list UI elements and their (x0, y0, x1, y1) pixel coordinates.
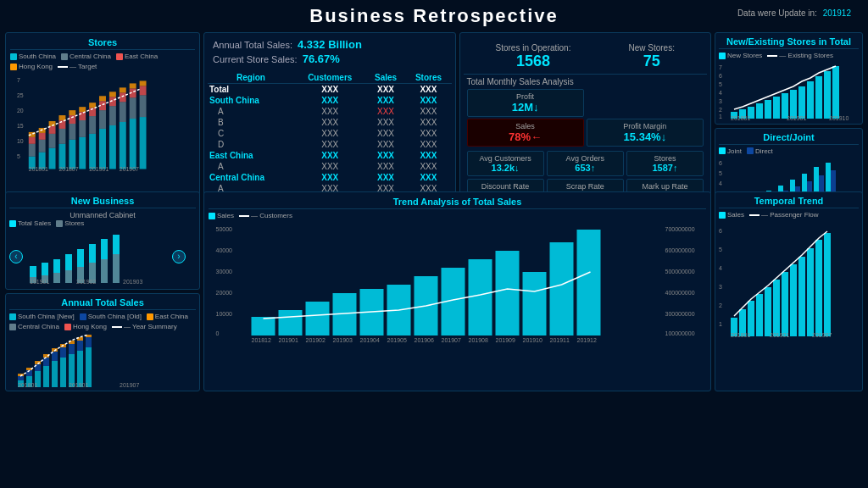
svg-text:201801: 201801 (29, 166, 48, 172)
svg-rect-29 (79, 107, 86, 112)
svg-text:201909: 201909 (496, 337, 515, 343)
target-line (58, 66, 68, 68)
metrics-row2: Sales 78%← Profit Margin 15.34%↓ (464, 119, 708, 148)
legend-hk-annual: Hong Kong (64, 323, 107, 330)
legend-south-china: South China (10, 53, 56, 60)
metrics-row3: Avg Customers 13.2k↓ Avg Orders 653↑ Sto… (464, 148, 708, 179)
svg-rect-52 (140, 86, 147, 95)
svg-text:201912: 201912 (577, 337, 597, 343)
svg-rect-207 (782, 272, 788, 336)
svg-text:201812: 201812 (252, 337, 271, 343)
kpi-section: Annual Total Sales: 4.332 Billion Curren… (208, 36, 452, 70)
total-monthly-label: Total Monthly Sales Analysis (464, 75, 708, 87)
svg-rect-171 (306, 302, 330, 336)
svg-text:201908: 201908 (469, 337, 488, 343)
legend-sc-new: South China [New] (9, 313, 75, 320)
table-row: CXXXXXXXXX (208, 128, 452, 139)
new-existing-legend: New Stores — Existing Stores (719, 52, 859, 59)
svg-text:3: 3 (719, 98, 722, 104)
stores-cell: XXX (405, 95, 451, 106)
svg-text:25: 25 (17, 92, 24, 98)
sales-cell: XXX (366, 95, 406, 106)
customers-cell: XXX (294, 128, 366, 139)
new-stores: New Stores: 75 (629, 43, 675, 70)
svg-rect-178 (496, 251, 520, 336)
update-info: Data were Update in: 201912 (737, 8, 851, 18)
svg-rect-20 (58, 120, 65, 129)
svg-rect-47 (130, 97, 136, 119)
svg-rect-53 (140, 80, 147, 86)
legend-year-summary: — Year Summary (112, 323, 177, 330)
svg-text:20: 20 (17, 108, 24, 114)
svg-rect-25 (69, 110, 75, 115)
svg-text:201901: 201901 (89, 166, 108, 172)
svg-text:201901: 201901 (787, 115, 806, 120)
temporal-title: Temporal Trend (719, 196, 859, 208)
svg-rect-34 (99, 129, 106, 169)
svg-rect-44 (120, 92, 126, 102)
prev-button[interactable]: ‹ (9, 250, 23, 263)
region-cell: Total (208, 84, 294, 96)
col-sales: Sales (366, 72, 406, 84)
stores-title: Stores (10, 37, 195, 50)
svg-rect-210 (807, 248, 814, 336)
trend-chart: 50000 40000 30000 20000 10000 0 70000000… (209, 221, 706, 344)
stores-cell: XXX (405, 172, 451, 183)
table-row: South ChinaXXXXXXXXX (208, 95, 452, 106)
legend-joint: Joint (719, 147, 742, 155)
svg-rect-46 (130, 119, 136, 169)
svg-text:201907: 201907 (120, 382, 139, 387)
svg-rect-30 (89, 134, 96, 169)
svg-text:7: 7 (17, 77, 20, 83)
svg-rect-69 (765, 100, 771, 119)
stores-cell: XXX (405, 84, 451, 96)
svg-rect-76 (824, 71, 831, 119)
svg-text:15: 15 (17, 123, 24, 129)
sales-cell: XXX (366, 172, 406, 183)
profit-box: Profit 12M↓ (467, 89, 584, 117)
avg-orders-box: Avg Orders 653↑ (547, 151, 624, 176)
stores-cell: XXX (405, 128, 451, 139)
svg-rect-21 (58, 115, 65, 120)
table-row: AXXXXXXXXX (208, 161, 452, 172)
new-business-panel: New Business Unmanned Cabinet Total Sale… (5, 191, 200, 290)
customers-cell: XXX (294, 139, 366, 150)
trend-legend: Sales — Customers (209, 212, 706, 219)
svg-text:201903: 201903 (333, 337, 353, 343)
col-stores: Stores (405, 72, 451, 84)
svg-rect-72 (790, 90, 797, 119)
svg-text:500000000: 500000000 (665, 269, 695, 274)
sales-box: Sales 78%← (467, 119, 584, 147)
legend-direct: Direct (747, 147, 773, 155)
sales-cell: XXX (366, 128, 406, 139)
annual-sales-legend: South China [New] South China [Old] East… (9, 313, 196, 330)
svg-text:201904: 201904 (360, 337, 380, 343)
svg-text:300000000: 300000000 (665, 311, 695, 317)
svg-text:201801: 201801 (731, 115, 750, 120)
svg-rect-35 (99, 110, 106, 129)
annual-sales-chart: 201801 201901 201907 (9, 332, 196, 387)
svg-text:201906: 201906 (415, 337, 434, 343)
svg-rect-45 (120, 87, 126, 92)
svg-text:191901: 191901 (30, 279, 49, 284)
svg-rect-27 (79, 120, 86, 137)
svg-rect-140 (52, 352, 58, 361)
svg-rect-39 (109, 106, 116, 125)
svg-text:4: 4 (719, 265, 722, 271)
hong-kong-dot (10, 64, 17, 70)
legend-hong-kong: Hong Kong (10, 63, 53, 70)
svg-rect-170 (279, 310, 303, 336)
new-existing-chart: 7 6 5 4 3 2 1 (719, 61, 859, 120)
svg-text:201907: 201907 (812, 332, 832, 338)
svg-text:6: 6 (719, 228, 722, 234)
new-business-chart: 191901 201902 201903 (25, 229, 170, 284)
new-business-chart-area: ‹ (9, 229, 196, 284)
svg-rect-23 (69, 124, 75, 140)
svg-rect-128 (18, 376, 24, 380)
next-button[interactable]: › (172, 250, 186, 263)
svg-rect-139 (52, 361, 58, 387)
svg-rect-204 (756, 294, 763, 336)
svg-rect-33 (89, 103, 96, 108)
header: Business Retrospective Data were Update … (0, 0, 868, 29)
svg-rect-70 (773, 97, 780, 119)
